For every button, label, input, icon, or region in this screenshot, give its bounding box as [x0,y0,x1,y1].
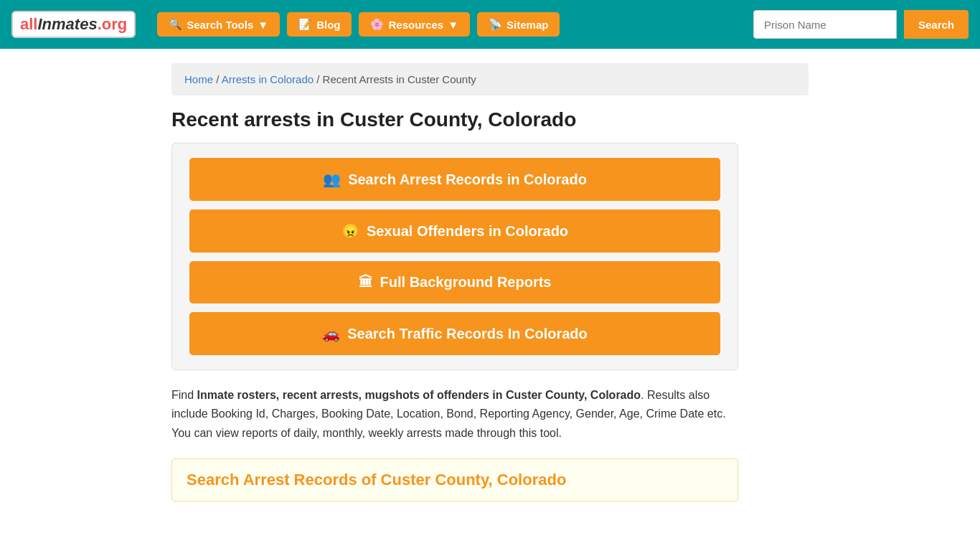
resources-button[interactable]: 🌸 Resources ▼ [359,12,470,37]
section-heading: Search Arrest Records of Custer County, … [187,471,723,489]
breadcrumb: Home / Arrests in Colorado / Recent Arre… [171,63,809,95]
blog-icon: 📝 [298,18,312,31]
prison-name-input[interactable] [753,10,897,39]
logo-all: all [20,15,37,33]
logo-org: .org [98,15,128,33]
chevron-down-icon: ▼ [258,19,268,31]
logo-inmates: Inmates [37,15,97,33]
description-text: Find Inmate rosters, recent arrests, mug… [171,386,738,443]
sitemap-button[interactable]: 📡 Sitemap [477,12,560,37]
breadcrumb-current: Recent Arrests in Custer County [323,73,476,85]
breadcrumb-arrests[interactable]: Arrests in Colorado [222,73,314,85]
search-tools-button[interactable]: 🔍 Search Tools ▼ [157,12,280,37]
site-logo[interactable]: allInmates.org [11,11,136,38]
sexual-offenders-button[interactable]: 😠 Sexual Offenders in Colorado [189,209,720,253]
blog-button[interactable]: 📝 Blog [287,12,352,37]
chevron-down-icon-resources: ▼ [448,19,458,31]
action-card: 👥 Search Arrest Records in Colorado 😠 Se… [171,143,738,370]
sexual-offenders-icon: 😠 [341,222,359,240]
traffic-records-button[interactable]: 🚗 Search Traffic Records In Colorado [189,312,720,355]
arrest-records-button[interactable]: 👥 Search Arrest Records in Colorado [189,158,720,201]
background-reports-button[interactable]: 🏛 Full Background Reports [189,261,720,303]
sitemap-icon: 📡 [489,18,502,31]
search-tools-icon: 🔍 [169,18,182,31]
page-title: Recent arrests in Custer County, Colorad… [171,108,809,131]
traffic-records-icon: 🚗 [322,325,340,342]
arrest-records-icon: 👥 [323,171,341,188]
background-reports-icon: 🏛 [359,274,373,291]
breadcrumb-home[interactable]: Home [184,73,213,85]
resources-icon: 🌸 [370,18,384,31]
nav-search-button[interactable]: Search [904,10,969,39]
section-heading-box: Search Arrest Records of Custer County, … [171,458,738,501]
